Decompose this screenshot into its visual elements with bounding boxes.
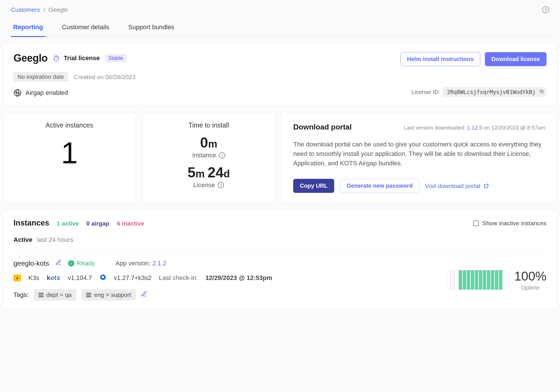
last-downloaded-version[interactable]: 1.12.5 [467,125,482,131]
uptime-label: Uptime [514,285,547,291]
copy-license-id-icon[interactable] [539,89,544,95]
instance-name[interactable]: geeglo-kots [13,259,49,267]
active-count-chip[interactable]: 1 active [57,220,79,227]
tti-title: Time to install [152,121,266,129]
airgap-count-chip[interactable]: 0 airgap [86,220,110,227]
svg-point-5 [102,276,104,278]
expiration-pill: No expiration date [13,72,68,82]
check-icon: ✓ [68,260,74,266]
active-instances-card: Active instances 1 [3,112,136,203]
tag-chip[interactable]: eng = support [81,289,136,301]
helm-install-button[interactable]: Helm install instructions [400,52,480,66]
download-portal-title: Download portal [293,123,352,132]
instance-row: geeglo-kots ✓ Ready App version: 2.1.2 [13,250,547,301]
tti-license-value: 5m 24d [152,164,266,181]
airgap-icon [13,89,22,97]
instances-subhead: Active last 24 hours [13,236,547,244]
tab-customer-details[interactable]: Customer details [60,21,112,37]
customer-summary-card: Geeglo Trial license Stable Helm install… [3,43,557,106]
app-version-link[interactable]: 2.1.2 [152,260,166,267]
k3s-label: K3s [28,274,39,282]
last-checkin-value: 12/29/2023 @ 12:53pm [205,274,272,282]
kots-logo: kots [47,274,60,282]
uptime-percent: 100% [514,269,547,283]
tti-instance-value: 0m [152,134,266,151]
channel-badge: Stable [105,54,127,62]
kots-version: v1.104.7 [68,274,92,282]
time-to-install-card: Time to install 0m Instance i 5m 24d Lic… [142,112,275,203]
last-downloaded: Last version downloaded: 1.12.5 on 12/20… [404,125,545,131]
external-link-icon [483,183,489,189]
show-inactive-checkbox[interactable] [473,220,479,226]
k8s-version: v1.27.7+k3s2 [114,274,151,282]
tab-reporting[interactable]: Reporting [11,21,45,37]
show-inactive-toggle[interactable]: Show inactive instances [473,220,547,227]
list-icon [86,293,91,297]
uptime-bars [446,270,503,290]
instances-title: Instances [13,219,49,228]
edit-instance-icon[interactable] [55,259,62,267]
visit-download-portal-link[interactable]: Visit download portal [425,183,489,189]
breadcrumb-customers-link[interactable]: Customers [11,6,40,13]
instance-status-badge: ✓ Ready [68,260,95,267]
help-icon[interactable]: ? [542,6,549,13]
breadcrumb-current: Geeglo [48,6,68,13]
download-portal-card: Download portal Last version downloaded:… [281,112,557,203]
tti-instance-info-icon[interactable]: i [219,152,225,158]
generate-password-button[interactable]: Generate new password [340,179,419,193]
tag-chip[interactable]: dept = qa [34,289,76,301]
created-date: Created on 06/28/2023 [74,74,135,81]
edit-tags-icon[interactable] [141,291,147,299]
last-checkin-label: Last check-in: [159,274,198,282]
tabs: Reporting Customer details Support bundl… [3,15,557,37]
download-license-button[interactable]: Download license [485,52,547,66]
breadcrumb: Customers / Geeglo [11,6,68,13]
customer-name: Geeglo [13,52,48,64]
license-id-label: License ID: [411,89,440,95]
tti-license-label: License [193,181,215,189]
k3s-icon: ⎈ [13,275,21,281]
airgap-label: Airgap enabled [26,89,68,97]
trial-timer-icon [53,55,60,62]
license-id-value: 2Rq8WLcsjfxqrMysjvB1WodYkBj [443,87,547,97]
download-portal-description: The download portal can be used to give … [293,140,545,168]
license-type: Trial license [64,54,100,62]
inactive-count-chip[interactable]: 6 inactive [117,220,144,227]
tti-license-info-icon[interactable]: i [218,182,224,188]
tti-instance-label: Instance [192,152,216,159]
copy-url-button[interactable]: Copy URL [293,179,334,193]
instances-card: Instances 1 active 0 airgap 6 inactive S… [3,210,557,309]
active-instances-value: 1 [12,138,127,168]
tab-support-bundles[interactable]: Support bundles [126,21,176,37]
tags-label: Tags: [13,291,29,299]
kubernetes-icon [100,274,106,282]
list-icon [38,293,44,297]
active-instances-title: Active instances [12,121,127,129]
app-version: App version: 2.1.2 [116,260,166,267]
